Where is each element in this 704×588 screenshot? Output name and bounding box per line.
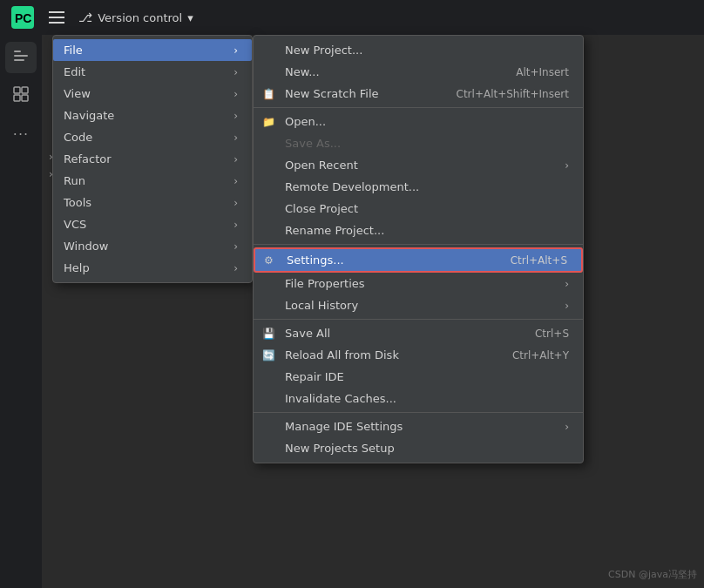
submenu-arrow-icon: › bbox=[234, 88, 238, 100]
submenu-arrow-icon: › bbox=[234, 153, 238, 166]
file-menu-item-save-as: Save As... bbox=[254, 132, 583, 154]
menu-item-label: New Scratch File bbox=[285, 87, 379, 100]
submenu-arrow-icon: › bbox=[565, 421, 569, 433]
menu-item-shortcut: Ctrl+Alt+S bbox=[511, 254, 567, 267]
menu-item-label: Code bbox=[64, 131, 92, 144]
file-menu-item-new[interactable]: New...Alt+Insert bbox=[254, 61, 583, 83]
menu-item-label: Manage IDE Settings bbox=[285, 420, 403, 433]
menu-item-label: Repair IDE bbox=[285, 370, 344, 383]
file-menu-item-file-properties[interactable]: File Properties› bbox=[254, 273, 583, 294]
settings-icon: ⚙ bbox=[264, 254, 274, 267]
menu-separator bbox=[254, 412, 583, 413]
file-menu-item-rename-project[interactable]: Rename Project... bbox=[254, 220, 583, 241]
menu-item-shortcut: Ctrl+Alt+Y bbox=[512, 349, 569, 362]
menu-item-label: Open... bbox=[285, 115, 326, 128]
submenu-arrow-icon: › bbox=[234, 262, 238, 274]
submenu-arrow-icon: › bbox=[234, 219, 238, 231]
primary-menu-item-refactor[interactable]: Refactor› bbox=[53, 148, 252, 170]
menu-item-label: File bbox=[64, 44, 83, 57]
file-menu-item-settings[interactable]: ⚙Settings...Ctrl+Alt+S bbox=[254, 247, 583, 273]
menu-item-label: Invalidate Caches... bbox=[285, 392, 396, 405]
menu-separator bbox=[254, 319, 583, 320]
menu-item-label: Run bbox=[64, 174, 85, 187]
menu-overlay: File›Edit›View›Navigate›Code›Refactor›Ru… bbox=[0, 0, 704, 588]
file-menu-item-invalidate-caches[interactable]: Invalidate Caches... bbox=[254, 388, 583, 409]
submenu-arrow-icon: › bbox=[234, 66, 238, 78]
file-menu-item-new-project[interactable]: New Project... bbox=[254, 39, 583, 61]
file-menu-item-repair-ide[interactable]: Repair IDE bbox=[254, 366, 583, 388]
file-submenu: New Project...New...Alt+Insert📋New Scrat… bbox=[253, 35, 584, 463]
menu-item-label: Navigate bbox=[64, 109, 114, 122]
submenu-arrow-icon: › bbox=[565, 159, 569, 172]
menu-item-shortcut: Ctrl+S bbox=[535, 328, 569, 340]
file-menu-item-open-recent[interactable]: Open Recent› bbox=[254, 154, 583, 176]
menu-item-label: Window bbox=[64, 240, 108, 253]
menu-item-label: Refactor bbox=[64, 152, 112, 166]
submenu-arrow-icon: › bbox=[234, 44, 238, 57]
menu-item-label: Settings... bbox=[287, 253, 344, 267]
submenu-arrow-icon: › bbox=[234, 197, 238, 209]
primary-menu-item-vcs[interactable]: VCS› bbox=[53, 213, 252, 235]
file-menu-item-new-scratch-file[interactable]: 📋New Scratch FileCtrl+Alt+Shift+Insert bbox=[254, 83, 583, 105]
menu-item-label: Save As... bbox=[285, 137, 341, 150]
submenu-arrow-icon: › bbox=[234, 240, 238, 253]
submenu-arrow-icon: › bbox=[565, 300, 569, 312]
primary-menu-item-run[interactable]: Run› bbox=[53, 170, 252, 192]
menu-item-label: New... bbox=[285, 65, 320, 78]
primary-menu-item-navigate[interactable]: Navigate› bbox=[53, 105, 252, 126]
new-scratch-file-icon: 📋 bbox=[262, 88, 275, 100]
menu-separator bbox=[254, 107, 583, 108]
menu-item-shortcut: Alt+Insert bbox=[516, 66, 569, 78]
menu-item-label: Tools bbox=[64, 196, 91, 209]
submenu-arrow-icon: › bbox=[565, 278, 569, 290]
menu-item-label: Reload All from Disk bbox=[285, 348, 399, 362]
file-menu-item-new-projects-setup[interactable]: New Projects Setup bbox=[254, 437, 583, 459]
menu-item-label: Remote Development... bbox=[285, 180, 419, 193]
menu-item-label: Edit bbox=[64, 65, 85, 78]
menu-item-label: Local History bbox=[285, 299, 358, 312]
submenu-arrow-icon: › bbox=[234, 110, 238, 122]
open-icon: 📁 bbox=[262, 116, 275, 128]
menu-item-label: Open Recent bbox=[285, 159, 358, 172]
submenu-arrow-icon: › bbox=[234, 132, 238, 144]
menu-item-label: Rename Project... bbox=[285, 224, 384, 237]
submenu-arrow-icon: › bbox=[234, 175, 238, 187]
menu-item-shortcut: Ctrl+Alt+Shift+Insert bbox=[457, 88, 569, 100]
file-menu-item-reload-all[interactable]: 🔄Reload All from DiskCtrl+Alt+Y bbox=[254, 344, 583, 366]
menu-item-label: Help bbox=[64, 261, 90, 274]
primary-menu-item-tools[interactable]: Tools› bbox=[53, 192, 252, 213]
reload-all-icon: 🔄 bbox=[262, 349, 275, 362]
file-menu-item-local-history[interactable]: Local History› bbox=[254, 294, 583, 316]
menu-item-label: New Project... bbox=[285, 44, 362, 57]
menu-item-label: Save All bbox=[285, 327, 330, 340]
file-menu-item-close-project[interactable]: Close Project bbox=[254, 198, 583, 220]
menu-item-label: Close Project bbox=[285, 202, 358, 215]
menu-item-label: File Properties bbox=[285, 277, 365, 290]
file-menu-item-open[interactable]: 📁Open... bbox=[254, 111, 583, 132]
file-menu-item-save-all[interactable]: 💾Save AllCtrl+S bbox=[254, 322, 583, 344]
menu-item-label: View bbox=[64, 87, 91, 100]
primary-menu-item-help[interactable]: Help› bbox=[53, 257, 252, 279]
menu-item-label: New Projects Setup bbox=[285, 442, 395, 455]
file-menu-item-remote-development[interactable]: Remote Development... bbox=[254, 176, 583, 198]
primary-menu-item-edit[interactable]: Edit› bbox=[53, 61, 252, 83]
primary-menu-item-window[interactable]: Window› bbox=[53, 235, 252, 257]
save-all-icon: 💾 bbox=[262, 328, 275, 340]
menu-item-label: VCS bbox=[64, 218, 86, 231]
primary-menu-item-code[interactable]: Code› bbox=[53, 126, 252, 148]
file-menu-item-manage-ide-settings[interactable]: Manage IDE Settings› bbox=[254, 416, 583, 437]
primary-menu-item-file[interactable]: File› bbox=[53, 39, 252, 61]
menu-separator bbox=[254, 244, 583, 245]
primary-menu: File›Edit›View›Navigate›Code›Refactor›Ru… bbox=[52, 35, 253, 283]
primary-menu-item-view[interactable]: View› bbox=[53, 83, 252, 105]
